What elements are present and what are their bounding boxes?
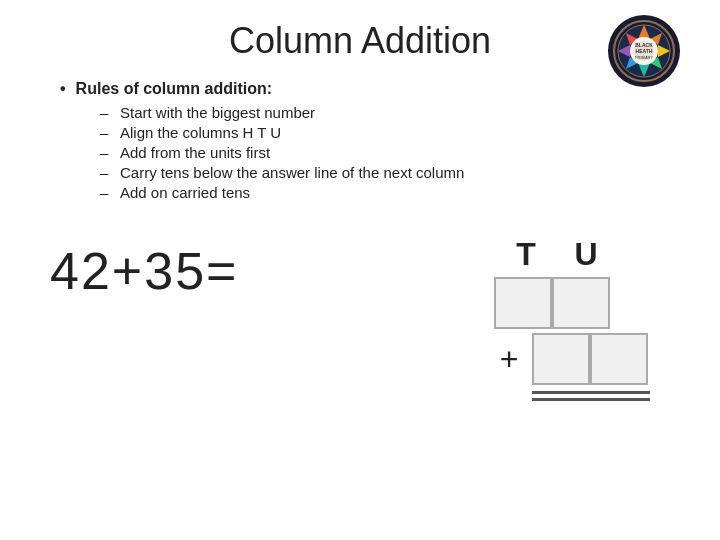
bullet-point: • <box>60 80 66 98</box>
list-item: Align the columns H T U <box>100 124 680 141</box>
plus-row: + <box>494 333 648 385</box>
rules-section: • Rules of column addition: Start with t… <box>60 80 680 201</box>
list-item: Start with the biggest number <box>100 104 680 121</box>
list-item: Add from the units first <box>100 144 680 161</box>
answer-line-top <box>532 391 650 394</box>
logo-circle: BLACK HEATH PRIMARY <box>608 15 680 87</box>
answer-line-bottom <box>532 398 650 401</box>
list-item: Add on carried tens <box>100 184 680 201</box>
rules-header: • Rules of column addition: <box>60 80 680 98</box>
grid-cell-bottom-right <box>590 333 648 385</box>
grid-bottom-row <box>532 333 648 385</box>
list-item: Carry tens below the answer line of the … <box>100 164 680 181</box>
grid-area: T U + <box>494 236 650 401</box>
grid-cell-top-left <box>494 277 552 329</box>
svg-text:HEATH: HEATH <box>636 48 653 54</box>
page-title: Column Addition <box>229 20 491 62</box>
grid-cell-top-right <box>552 277 610 329</box>
title-area: Column Addition <box>40 20 680 62</box>
equation: 42+35= <box>50 241 238 301</box>
rules-heading-text: Rules of column addition: <box>76 80 272 98</box>
logo-svg: BLACK HEATH PRIMARY <box>612 19 676 83</box>
school-logo: BLACK HEATH PRIMARY <box>608 15 680 87</box>
tu-label-row: T U <box>496 236 616 273</box>
grid-top-row <box>494 277 610 329</box>
t-label: T <box>496 236 556 273</box>
rules-list: Start with the biggest number Align the … <box>100 104 680 201</box>
page: Column Addition <box>0 0 720 540</box>
grid-cell-bottom-left <box>532 333 590 385</box>
u-label: U <box>556 236 616 273</box>
plus-sign: + <box>494 341 524 378</box>
bottom-section: 42+35= T U + <box>40 231 680 401</box>
svg-text:PRIMARY: PRIMARY <box>635 55 653 60</box>
